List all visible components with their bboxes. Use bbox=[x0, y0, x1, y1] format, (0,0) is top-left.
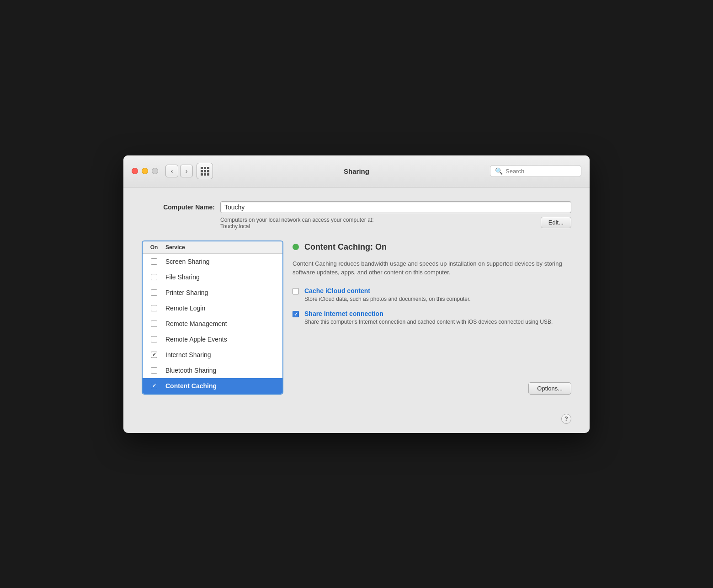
remote-login-label: Remote Login bbox=[165, 305, 205, 312]
status-row: Content Caching: On bbox=[293, 242, 571, 252]
bluetooth-sharing-label: Bluetooth Sharing bbox=[165, 367, 216, 374]
close-button[interactable] bbox=[132, 168, 138, 174]
minimize-button[interactable] bbox=[142, 168, 148, 174]
checkmark-white-icon: ✓ bbox=[152, 383, 156, 388]
share-internet-content: Share Internet connection Share this com… bbox=[304, 310, 553, 326]
content-caching-label: Content Caching bbox=[165, 382, 217, 390]
status-title: Content Caching: On bbox=[304, 242, 387, 252]
detail-panel: Content Caching: On Content Caching redu… bbox=[293, 241, 571, 395]
computer-name-input[interactable] bbox=[220, 201, 571, 213]
remote-management-label: Remote Management bbox=[165, 320, 227, 327]
screen-sharing-label: Screen Sharing bbox=[165, 258, 210, 265]
internet-sharing-label: Internet Sharing bbox=[165, 351, 211, 358]
bottom-row: Options... bbox=[293, 373, 571, 395]
grid-icon bbox=[201, 167, 209, 176]
remote-management-checkbox-area bbox=[143, 321, 165, 327]
bluetooth-sharing-checkbox-area bbox=[143, 367, 165, 374]
services-header-service: Service bbox=[165, 244, 185, 251]
search-input[interactable] bbox=[505, 168, 576, 175]
printer-sharing-label: Printer Sharing bbox=[165, 289, 208, 296]
computer-name-label: Computer Name: bbox=[142, 203, 215, 211]
internet-sharing-checkbox[interactable]: ✓ bbox=[151, 352, 157, 358]
file-sharing-checkbox[interactable] bbox=[151, 274, 157, 280]
service-item-file-sharing[interactable]: File Sharing bbox=[143, 269, 282, 285]
share-internet-option: ✓ Share Internet connection Share this c… bbox=[293, 310, 571, 326]
printer-sharing-checkbox[interactable] bbox=[151, 289, 157, 296]
maximize-button[interactable] bbox=[152, 168, 158, 174]
grid-view-button[interactable] bbox=[197, 163, 213, 179]
status-description: Content Caching reduces bandwidth usage … bbox=[293, 259, 571, 277]
traffic-lights bbox=[132, 168, 158, 174]
help-button[interactable]: ? bbox=[561, 414, 571, 424]
remote-login-checkbox-area bbox=[143, 305, 165, 311]
system-preferences-window: ‹ › Sharing 🔍 Computer Name: Computers o… bbox=[123, 155, 590, 433]
service-item-bluetooth-sharing[interactable]: Bluetooth Sharing bbox=[143, 363, 282, 378]
share-internet-checkbox[interactable]: ✓ bbox=[293, 311, 299, 317]
share-internet-desc: Share this computer's Internet connectio… bbox=[304, 318, 553, 326]
services-list: On Service Screen Sharing File Sharing bbox=[142, 241, 283, 395]
cache-icloud-checkbox[interactable] bbox=[293, 288, 299, 294]
screen-sharing-checkbox-area bbox=[143, 258, 165, 265]
file-sharing-checkbox-area bbox=[143, 274, 165, 280]
services-header: On Service bbox=[143, 241, 282, 254]
file-sharing-label: File Sharing bbox=[165, 273, 200, 281]
search-icon: 🔍 bbox=[495, 167, 503, 175]
screen-sharing-checkbox[interactable] bbox=[151, 258, 157, 265]
back-button[interactable]: ‹ bbox=[165, 165, 178, 177]
content-area: Computer Name: Computers on your local n… bbox=[123, 187, 590, 408]
computer-name-row: Computer Name: bbox=[142, 201, 571, 213]
local-address-text: Computers on your local network can acce… bbox=[220, 217, 536, 230]
remote-apple-events-checkbox[interactable] bbox=[151, 336, 157, 342]
remote-management-checkbox[interactable] bbox=[151, 321, 157, 327]
options-button[interactable]: Options... bbox=[528, 382, 571, 395]
remote-apple-events-checkbox-area bbox=[143, 336, 165, 342]
services-header-on: On bbox=[143, 244, 165, 251]
forward-button[interactable]: › bbox=[180, 165, 193, 177]
remote-apple-events-label: Remote Apple Events bbox=[165, 336, 227, 343]
service-item-remote-apple-events[interactable]: Remote Apple Events bbox=[143, 331, 282, 347]
service-item-printer-sharing[interactable]: Printer Sharing bbox=[143, 285, 282, 300]
cache-icloud-title: Cache iCloud content bbox=[304, 287, 471, 294]
local-address-row: Computers on your local network can acce… bbox=[142, 217, 571, 230]
content-caching-checkbox[interactable]: ✓ bbox=[151, 383, 157, 389]
content-caching-checkbox-area: ✓ bbox=[143, 383, 165, 389]
service-item-screen-sharing[interactable]: Screen Sharing bbox=[143, 254, 282, 269]
service-item-remote-management[interactable]: Remote Management bbox=[143, 316, 282, 331]
search-box[interactable]: 🔍 bbox=[490, 165, 581, 177]
status-indicator bbox=[293, 244, 299, 250]
service-item-remote-login[interactable]: Remote Login bbox=[143, 300, 282, 316]
printer-sharing-checkbox-area bbox=[143, 289, 165, 296]
cache-icloud-option: Cache iCloud content Store iCloud data, … bbox=[293, 287, 571, 303]
window-title: Sharing bbox=[344, 167, 369, 175]
cache-icloud-content: Cache iCloud content Store iCloud data, … bbox=[304, 287, 471, 303]
service-item-internet-sharing[interactable]: ✓ Internet Sharing bbox=[143, 347, 282, 363]
main-panel: On Service Screen Sharing File Sharing bbox=[142, 241, 571, 395]
share-internet-checkmark-icon: ✓ bbox=[294, 312, 298, 317]
edit-button[interactable]: Edit... bbox=[541, 217, 571, 228]
remote-login-checkbox[interactable] bbox=[151, 305, 157, 311]
checkmark-icon: ✓ bbox=[152, 352, 156, 357]
share-internet-title: Share Internet connection bbox=[304, 310, 553, 317]
bluetooth-sharing-checkbox[interactable] bbox=[151, 367, 157, 374]
nav-buttons: ‹ › bbox=[165, 165, 193, 177]
internet-sharing-checkbox-area: ✓ bbox=[143, 352, 165, 358]
cache-icloud-desc: Store iCloud data, such as photos and do… bbox=[304, 295, 471, 303]
footer: ? bbox=[123, 408, 590, 433]
titlebar: ‹ › Sharing 🔍 bbox=[123, 155, 590, 187]
service-item-content-caching[interactable]: ✓ Content Caching bbox=[143, 378, 282, 394]
